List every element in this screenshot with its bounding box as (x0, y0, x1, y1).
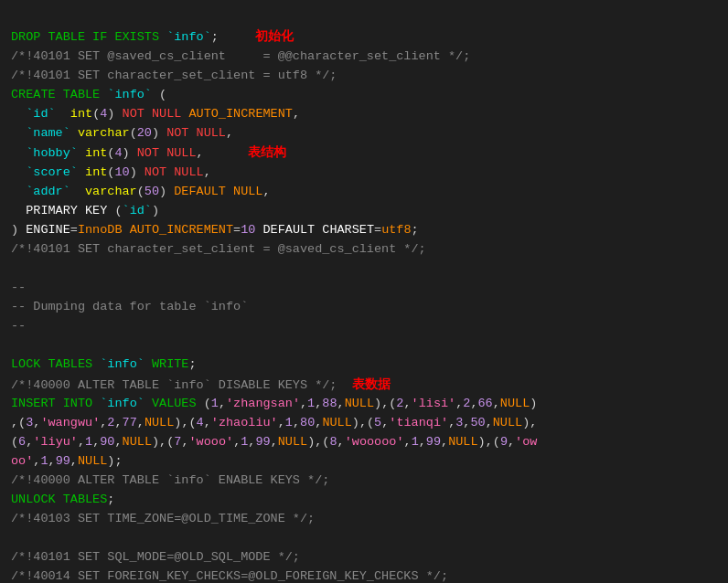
line-21: ,(3,'wangwu',2,77,NULL),(4,'zhaoliu',1,8… (11, 416, 537, 429)
annotation-table-data: 表数据 (352, 376, 391, 391)
line-25: UNLOCK TABLES; (11, 493, 114, 506)
annotation-init: 初始化 (255, 28, 294, 43)
line-29: /*!40014 SET FOREIGN_KEY_CHECKS=@OLD_FOR… (11, 569, 448, 583)
line-16: -- (11, 319, 26, 333)
line-26: /*!40103 SET TIME_ZONE=@OLD_TIME_ZONE */… (11, 512, 315, 525)
line-5: `id` int(4) NOT NULL AUTO_INCREMENT, (11, 107, 300, 121)
line-6: `name` varchar(20) NOT NULL, (11, 126, 233, 140)
line-2: /*!40101 SET @saved_cs_client = @@charac… (11, 49, 470, 63)
line-12: /*!40101 SET character_set_client = @sav… (11, 242, 426, 256)
line-8: `score` int(10) NOT NULL, (11, 165, 211, 179)
line-9: `addr` varchar(50) DEFAULT NULL, (11, 185, 271, 198)
line-3: /*!40101 SET character_set_client = utf8… (11, 69, 337, 82)
line-28: /*!40101 SET SQL_MODE=@OLD_SQL_MODE */; (11, 550, 300, 564)
line-18: LOCK TABLES `info` WRITE; (11, 357, 197, 371)
line-7: `hobby` int(4) NOT NULL, 表结构 (11, 146, 286, 160)
annotation-table-structure: 表结构 (248, 144, 286, 159)
line-15: -- Dumping data for table `info` (11, 300, 248, 313)
line-24: /*!40000 ALTER TABLE `info` ENABLE KEYS … (11, 473, 329, 487)
line-14: -- (11, 281, 26, 294)
line-22: (6,'liyu',1,90,NULL),(7,'wooo',1,99,NULL… (11, 435, 537, 449)
line-23: oo',1,99,NULL); (11, 454, 123, 468)
code-viewer: DROP TABLE IF EXISTS `info`; 初始化 /*!4010… (0, 0, 728, 583)
line-20: INSERT INTO `info` VALUES (1,'zhangsan',… (11, 397, 537, 410)
line-4: CREATE TABLE `info` ( (11, 88, 166, 101)
line-10: PRIMARY KEY (`id`) (11, 204, 159, 217)
line-19: /*!40000 ALTER TABLE `info` DISABLE KEYS… (11, 378, 391, 392)
line-11: ) ENGINE=InnoDB AUTO_INCREMENT=10 DEFAUL… (11, 223, 419, 237)
line-1: DROP TABLE IF EXISTS `info`; 初始化 (11, 30, 294, 44)
